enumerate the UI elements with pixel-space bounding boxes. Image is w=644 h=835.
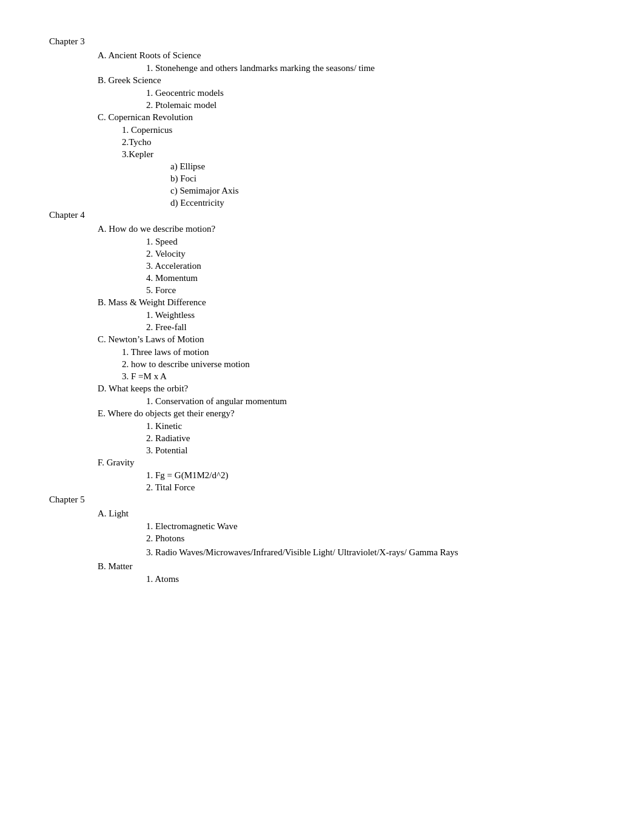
ch5-A-3: 3. Radio Waves/Microwaves/Infrared/Visib… [146, 546, 595, 559]
chapter3-section: Chapter 3 A. Ancient Roots of Science 1.… [49, 36, 595, 208]
ch4-B-1: 1. Weightless [146, 310, 595, 320]
ch4-F-2: 2. Tital Force [146, 482, 595, 493]
ch3-C-3c: c) Semimajor Axis [170, 186, 595, 196]
ch4-B-heading: B. Mass & Weight Difference [98, 297, 595, 308]
ch4-C-2: 2. how to describe universe motion [122, 359, 595, 370]
ch3-B-heading: B. Greek Science [98, 75, 595, 86]
ch4-C-1: 1. Three laws of motion [122, 347, 595, 357]
ch3-A-heading: A. Ancient Roots of Science [98, 50, 595, 61]
ch3-C-2: 2.Tycho [122, 137, 595, 147]
chapter3-heading: Chapter 3 [49, 36, 595, 47]
ch4-C-3: 3. F =M x A [122, 371, 595, 382]
ch3-B-1: 1. Geocentric models [146, 88, 595, 98]
ch3-C-3d: d) Eccentricity [170, 198, 595, 208]
ch4-A-1: 1. Speed [146, 237, 595, 247]
ch3-C-3b: b) Foci [170, 174, 595, 184]
ch5-B-heading: B. Matter [98, 561, 595, 572]
chapter4-section: Chapter 4 A. How do we describe motion? … [49, 210, 595, 493]
ch4-D-1: 1. Conservation of angular momentum [146, 396, 595, 407]
outline-container: Chapter 3 A. Ancient Roots of Science 1.… [49, 36, 595, 584]
ch4-E-3: 3. Potential [146, 445, 595, 456]
ch4-E-2: 2. Radiative [146, 433, 595, 444]
ch3-C-1: 1. Copernicus [122, 125, 595, 135]
ch5-A-heading: A. Light [98, 509, 595, 519]
ch4-F-heading: F. Gravity [98, 458, 595, 468]
chapter5-section: Chapter 5 A. Light 1. Electromagnetic Wa… [49, 495, 595, 584]
ch4-A-4: 4. Momentum [146, 273, 595, 283]
ch4-C-heading: C. Newton’s Laws of Motion [98, 334, 595, 345]
ch4-A-3: 3. Acceleration [146, 261, 595, 271]
chapter4-heading: Chapter 4 [49, 210, 595, 220]
ch5-A-1: 1. Electromagnetic Wave [146, 521, 595, 532]
ch4-B-2: 2. Free-fall [146, 322, 595, 333]
ch3-C-3: 3.Kepler [122, 149, 595, 160]
ch3-A-1: 1. Stonehenge and others landmarks marki… [146, 63, 595, 73]
chapter5-heading: Chapter 5 [49, 495, 595, 505]
ch4-E-heading: E. Where do objects get their energy? [98, 408, 595, 419]
ch4-A-5: 5. Force [146, 285, 595, 296]
ch3-B-2: 2. Ptolemaic model [146, 100, 595, 110]
ch4-A-2: 2. Velocity [146, 249, 595, 259]
ch4-A-heading: A. How do we describe motion? [98, 224, 595, 234]
ch5-B-1: 1. Atoms [146, 574, 595, 584]
ch3-C-3a: a) Ellipse [170, 161, 595, 172]
ch5-A-2: 2. Photons [146, 533, 595, 544]
ch4-F-1: 1. Fg = G(M1M2/d^2) [146, 470, 595, 481]
ch4-E-1: 1. Kinetic [146, 421, 595, 431]
ch4-D-heading: D. What keeps the orbit? [98, 384, 595, 394]
ch3-C-heading: C. Copernican Revolution [98, 112, 595, 123]
